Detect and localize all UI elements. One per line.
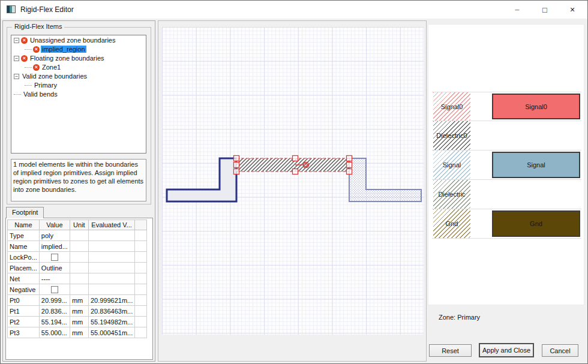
group-title: Rigid-Flex Items bbox=[12, 23, 64, 30]
layer-box-gnd[interactable]: Gnd bbox=[492, 210, 580, 237]
layer-hatch-dielectric: Dielectric bbox=[433, 180, 470, 209]
layer-box-signal[interactable]: Signal bbox=[492, 152, 580, 178]
table-row-negative: Negative bbox=[8, 284, 147, 295]
cross-section-drawing bbox=[162, 27, 424, 335]
layer-row-signal: Signal Signal bbox=[432, 150, 581, 179]
close-icon[interactable]: × bbox=[559, 1, 586, 19]
layer-row-gnd: Gnd Gnd bbox=[432, 209, 581, 239]
error-icon bbox=[33, 64, 40, 71]
zone-label: Zone: Primary bbox=[439, 314, 480, 321]
table-row-name: Name implied... bbox=[8, 241, 147, 252]
app-icon bbox=[7, 5, 16, 13]
table-row-pt3: Pt3 55.000... mm 55.000451m... bbox=[8, 327, 147, 338]
layer-box-signal0[interactable]: Signal0 bbox=[492, 94, 580, 119]
tree-item-primary[interactable]: Primary bbox=[11, 80, 146, 89]
footprint-panel: Name Value Unit Evaluated V... Type poly bbox=[5, 218, 153, 360]
layer-hatch-dielectric0: Dielectric0 bbox=[433, 121, 470, 150]
window-title: Rigid-Flex Editor bbox=[20, 1, 74, 19]
error-icon bbox=[21, 55, 28, 62]
maximize-icon[interactable]: □ bbox=[531, 1, 559, 19]
cancel-button[interactable]: Cancel bbox=[542, 344, 578, 357]
rigid-flex-items-group: Rigid-Flex Items − Unassigned zone bound… bbox=[7, 27, 151, 204]
tree-item-implied-region[interactable]: implied_region bbox=[11, 44, 146, 53]
tab-footprint[interactable]: Footprint bbox=[6, 207, 44, 218]
footprint-table: Name Value Unit Evaluated V... Type poly bbox=[7, 219, 147, 338]
layer-hatch-gnd: Gnd bbox=[433, 209, 470, 238]
table-row-lockpoint: LockPo... bbox=[8, 252, 147, 263]
tree-connector bbox=[14, 94, 21, 95]
layer-hatch-signal0: Signal0 bbox=[433, 92, 470, 121]
table-row-pt1: Pt1 20.836... mm 20.836463m... bbox=[8, 306, 147, 317]
layer-stack-panel: Signal0 Signal0 Dielectric0 Signal Signa… bbox=[428, 24, 584, 305]
layer-row-dielectric: Dielectric bbox=[432, 179, 581, 209]
table-row-placement: Placem... Outline bbox=[8, 263, 147, 273]
lockpoint-checkbox[interactable] bbox=[51, 254, 58, 261]
tree-connector bbox=[25, 67, 32, 68]
tree-item-zone1[interactable]: Zone1 bbox=[11, 62, 146, 71]
col-header-unit[interactable]: Unit bbox=[70, 220, 88, 230]
rigid-flex-items-tree[interactable]: − Unassigned zone boundaries implied_reg… bbox=[11, 35, 146, 154]
validation-message: 1 model elements lie within the boundari… bbox=[11, 159, 146, 201]
rigid-section-right[interactable] bbox=[349, 158, 421, 201]
collapse-icon[interactable]: − bbox=[14, 38, 19, 43]
error-icon bbox=[21, 37, 28, 44]
tree-item-valid-zone-boundaries[interactable]: − Valid zone boundaries bbox=[11, 71, 146, 80]
col-header-value[interactable]: Value bbox=[39, 220, 70, 230]
collapse-icon[interactable]: − bbox=[14, 56, 19, 61]
tree-item-floating-zone-boundaries[interactable]: − Floating zone boundaries bbox=[11, 53, 146, 62]
layer-stack: Signal0 Signal0 Dielectric0 Signal Signa… bbox=[432, 92, 581, 239]
negative-checkbox[interactable] bbox=[51, 286, 58, 293]
canvas-grid[interactable] bbox=[162, 27, 424, 335]
rigid-flex-editor-window: Rigid-Flex Editor – □ × Rigid-Flex Items… bbox=[0, 0, 588, 364]
titlebar: Rigid-Flex Editor – □ × bbox=[1, 1, 587, 19]
cross-section-canvas[interactable] bbox=[158, 20, 427, 362]
layer-row-dielectric0: Dielectric0 bbox=[432, 121, 581, 150]
tree-connector bbox=[25, 49, 32, 50]
layer-row-signal0: Signal0 Signal0 bbox=[432, 92, 581, 121]
tree-connector bbox=[25, 85, 32, 86]
layer-hatch-signal: Signal bbox=[433, 151, 470, 179]
left-panel: Rigid-Flex Items − Unassigned zone bound… bbox=[2, 20, 155, 362]
apply-and-close-button[interactable]: Apply and Close bbox=[479, 343, 534, 357]
table-header-row: Name Value Unit Evaluated V... bbox=[8, 220, 147, 230]
rigid-section-left[interactable] bbox=[167, 158, 236, 201]
minimize-icon[interactable]: – bbox=[503, 1, 531, 19]
tree-item-valid-bends[interactable]: Valid bends bbox=[11, 89, 146, 98]
table-row-net: Net ---- bbox=[8, 273, 147, 284]
table-row-pt2: Pt2 55.194... mm 55.194982m... bbox=[8, 317, 147, 327]
col-header-evaluated[interactable]: Evaluated V... bbox=[88, 220, 134, 230]
col-header-name[interactable]: Name bbox=[8, 220, 40, 230]
reset-button[interactable]: Reset bbox=[429, 344, 472, 357]
table-row-pt0: Pt0 20.999... mm 20.999621m... bbox=[8, 295, 147, 306]
col-header-extra bbox=[135, 220, 147, 230]
tree-item-unassigned-zone-boundaries[interactable]: − Unassigned zone boundaries bbox=[11, 35, 146, 44]
table-row-type: Type poly bbox=[8, 230, 147, 241]
collapse-icon[interactable]: − bbox=[14, 74, 19, 79]
error-icon bbox=[33, 46, 40, 53]
